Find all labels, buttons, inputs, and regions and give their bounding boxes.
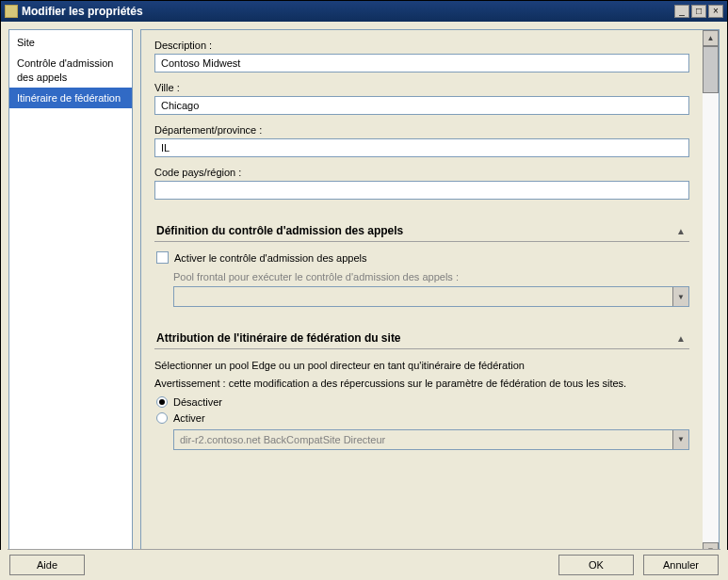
- sidebar: Site Contrôle d'admission des appels Iti…: [8, 29, 133, 559]
- collapse-up-icon: ▲: [676, 333, 689, 344]
- sidebar-item-site[interactable]: Site: [9, 32, 132, 53]
- scroll-track[interactable]: [703, 46, 719, 542]
- description-input[interactable]: [154, 54, 689, 72]
- fed-disable-label: Désactiver: [173, 396, 222, 408]
- scroll-up-button[interactable]: ▲: [703, 30, 719, 46]
- chevron-down-icon: ▼: [672, 287, 688, 306]
- cac-pool-label: Pool frontal pour exécuter le contrôle d…: [173, 271, 689, 282]
- chevron-down-icon: ▼: [672, 430, 688, 449]
- city-label: Ville :: [154, 82, 689, 93]
- country-input[interactable]: [154, 181, 689, 200]
- minimize-button[interactable]: _: [674, 5, 689, 18]
- state-label: Département/province :: [154, 124, 689, 136]
- scroll-area: Description : Ville : Département/provin…: [141, 30, 703, 558]
- sidebar-item-cac[interactable]: Contrôle d'admission des appels: [9, 53, 132, 88]
- fed-enable-label: Activer: [173, 412, 205, 424]
- fed-enable-radio[interactable]: [156, 412, 168, 424]
- fed-enable-row[interactable]: Activer: [156, 412, 689, 424]
- fed-disable-row[interactable]: Désactiver: [156, 396, 689, 408]
- footer: Aide OK Annuler: [0, 550, 728, 580]
- vertical-scrollbar[interactable]: ▲ ▼: [703, 30, 719, 558]
- fed-section-header[interactable]: Attribution de l'itinéraire de fédératio…: [154, 328, 689, 349]
- cac-pool-dropdown: ▼: [173, 286, 689, 307]
- collapse-up-icon: ▲: [676, 226, 689, 236]
- country-label: Code pays/région :: [154, 167, 689, 178]
- fed-info-1: Sélectionner un pool Edge ou un pool dir…: [154, 359, 689, 373]
- state-input[interactable]: [154, 138, 689, 157]
- fed-route-dropdown: dir-r2.contoso.net BackCompatSite Direct…: [173, 429, 689, 450]
- scroll-thumb[interactable]: [703, 46, 719, 93]
- content: Site Contrôle d'admission des appels Iti…: [1, 22, 727, 559]
- description-label: Description :: [154, 40, 689, 51]
- fed-header-text: Attribution de l'itinéraire de fédératio…: [156, 331, 401, 345]
- cac-enable-label: Activer le contrôle d'admission des appe…: [174, 252, 366, 264]
- maximize-button[interactable]: □: [691, 5, 706, 18]
- close-button[interactable]: ×: [708, 5, 723, 18]
- cac-enable-checkbox[interactable]: [156, 251, 169, 264]
- app-icon: [5, 5, 18, 18]
- cac-enable-row[interactable]: Activer le contrôle d'admission des appe…: [156, 251, 689, 264]
- titlebar: Modifier les propriétés _ □ ×: [1, 1, 727, 22]
- help-button[interactable]: Aide: [9, 555, 85, 575]
- city-input[interactable]: [154, 96, 689, 115]
- cac-section-header[interactable]: Définition du contrôle d'admission des a…: [154, 220, 689, 242]
- cac-header-text: Définition du contrôle d'admission des a…: [156, 224, 403, 237]
- main-panel: Description : Ville : Département/provin…: [140, 29, 720, 559]
- fed-disable-radio[interactable]: [156, 396, 168, 408]
- fed-info-2: Avertissement : cette modification a des…: [154, 377, 689, 391]
- ok-button[interactable]: OK: [558, 555, 634, 575]
- fed-route-value: dir-r2.contoso.net BackCompatSite Direct…: [180, 434, 385, 445]
- window-title: Modifier les propriétés: [22, 5, 674, 18]
- system-buttons: _ □ ×: [674, 5, 723, 18]
- sidebar-item-federation[interactable]: Itinéraire de fédération: [9, 88, 132, 108]
- cancel-button[interactable]: Annuler: [643, 555, 719, 575]
